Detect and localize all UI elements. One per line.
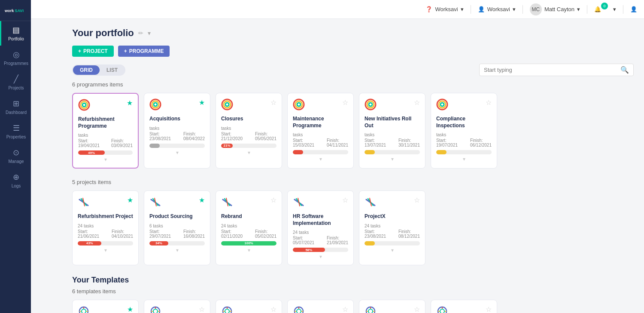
grid-view-button[interactable]: GRID [73,65,100,75]
sidebar-item-manage[interactable]: ⊙ Manage [0,144,31,168]
sidebar-item-properties[interactable]: ☰ Properties [0,119,31,144]
card-top: ★ [78,196,133,211]
card-expand-icon[interactable]: ▾ [149,247,205,253]
topbar-divider-1 [471,5,471,14]
progress-bar: 34% [149,241,168,245]
notification-badge: 0 [601,3,608,9]
programme-card[interactable]: ★ Acquisitions tasks Start:23/08/2021 Fi… [144,93,210,169]
project-card[interactable]: ☆ ProjectX 24 tasks Start:23/08/2021 Fin… [359,190,425,265]
card-dates: Start:05/07/2021 Finish:21/09/2021 [293,236,348,245]
template-card[interactable]: ☆ Supplier Onboarding Template 31 tasks [287,300,354,313]
sidebar-item-portfolio[interactable]: ▤ Portfolio [0,21,31,46]
finish-date: Finish:05/02/2021 [255,229,276,239]
template-card[interactable]: ☆ New Initiatives 36 tasks [359,300,425,313]
card-expand-icon[interactable]: ▾ [78,156,133,163]
card-expand-icon[interactable]: ▾ [365,247,420,253]
progress-bar-container [436,150,492,154]
card-expand-icon[interactable]: ▾ [293,254,348,260]
card-tasks: 24 tasks [78,224,133,228]
title-chevron-icon[interactable]: ▾ [148,30,151,37]
project-card[interactable]: ★ Refurbishment Project 24 tasks Start:2… [72,190,139,265]
card-tasks: 6 tasks [149,224,205,228]
programme-card[interactable]: ☆ Maintenance Programme tasks Start:15/0… [287,93,354,169]
star-icon[interactable]: ☆ [270,305,276,313]
star-icon[interactable]: ☆ [414,98,420,107]
progress-bar-container: 21% [221,144,276,148]
sidebar-item-projects[interactable]: ╱ Projects [0,70,31,95]
finish-date: Finish:30/11/2021 [398,138,420,147]
card-expand-icon[interactable]: ▾ [436,156,492,162]
add-programme-button[interactable]: + PROGRAMME [118,46,170,57]
card-expand-icon[interactable]: ▾ [365,156,420,162]
logs-icon: ⊕ [13,172,19,182]
start-date: Start:21/12/2020 [221,132,243,141]
svg-point-36 [82,309,86,313]
template-card[interactable]: ☆ Software Implementation 39 tasks [144,300,210,313]
card-expand-icon[interactable]: ▾ [221,247,276,253]
card-expand-icon[interactable]: ▾ [221,150,276,156]
star-icon[interactable]: ☆ [342,196,348,204]
sidebar-item-programmes[interactable]: ◎ Programmes [0,46,31,70]
programme-card[interactable]: ☆ Closures tasks Start:21/12/2020 Finish… [216,93,282,169]
star-icon[interactable]: ★ [127,196,133,204]
profile-button[interactable]: 👤 [630,6,637,12]
user-menu[interactable]: MC Matt Cayton ▾ [530,3,580,15]
card-name: New Initiatives Roll Out [365,116,420,129]
list-view-button[interactable]: LIST [100,65,125,75]
progress-bar-container [149,144,205,148]
sidebar-item-logs[interactable]: ⊕ Logs [0,168,31,193]
project-card[interactable]: ☆ Rebrand 24 tasks Start:02/11/2020 Fini… [216,190,282,265]
card-dates: Start:19/07/2021 Finish:06/12/2021 [436,138,492,147]
project-card[interactable]: ★ Product Sourcing 6 tasks Start:29/07/2… [144,190,210,265]
card-name: Acquisitions [149,116,205,123]
card-expand-icon[interactable]: ▾ [293,156,348,162]
star-icon[interactable]: ☆ [270,196,276,204]
project-card[interactable]: ☆ HR Software Implementation 24 tasks St… [287,190,354,265]
star-icon[interactable]: ★ [199,98,205,107]
card-top: ☆ [365,305,420,313]
star-icon[interactable]: ★ [127,305,133,313]
star-icon[interactable]: ★ [127,99,133,107]
star-icon[interactable]: ★ [199,196,205,204]
search-input[interactable] [484,67,618,73]
properties-icon: ☰ [13,123,20,133]
svg-text:SAVI: SAVI [15,9,24,13]
star-icon[interactable]: ☆ [342,305,348,313]
workspace-menu[interactable]: 👤 Worksavi ▾ [478,6,516,12]
programme-icon [78,99,90,114]
workspace-icon: 👤 [478,6,485,12]
card-top: ★ [78,305,133,313]
star-icon[interactable]: ☆ [270,98,276,107]
star-icon[interactable]: ☆ [486,98,492,107]
template-card[interactable]: ☆ Closures Template 24 tasks [431,300,497,313]
star-icon[interactable]: ☆ [414,305,420,313]
start-date: Start:19/07/2021 [436,138,458,147]
card-expand-icon[interactable]: ▾ [149,150,205,156]
notifications-button[interactable]: 🔔 0 ▾ [594,6,616,13]
progress-bar [365,241,375,245]
progress-bar-container: 34% [149,241,205,245]
template-card[interactable]: ☆ Refurbishment Project Template 24 task… [216,300,282,313]
template-card[interactable]: ★ Marketing Project Template 20 tasks [72,300,139,313]
project-icon [149,196,161,211]
star-icon[interactable]: ☆ [199,305,205,313]
card-dates: Start:02/11/2020 Finish:05/02/2021 [221,229,276,239]
add-project-button[interactable]: + PROJECT [72,46,114,57]
card-name: Product Sourcing [149,213,205,220]
sidebar-item-dashboard[interactable]: ⊞ Dashboard [0,95,31,119]
svg-point-3 [81,101,88,108]
card-tasks: tasks [221,126,276,131]
star-icon[interactable]: ☆ [342,98,348,107]
star-icon[interactable]: ☆ [486,305,492,313]
card-expand-icon[interactable]: ▾ [78,247,133,253]
help-menu[interactable]: ❓ Worksavi ▾ [425,6,463,12]
programme-card[interactable]: ☆ New Initiatives Roll Out tasks Start:1… [359,93,425,169]
star-icon[interactable]: ☆ [414,196,420,204]
progress-bar [293,150,303,154]
card-name: HR Software Implementation [293,213,348,227]
card-dates: Start:29/07/2021 Finish:16/08/2021 [149,229,205,239]
programme-card[interactable]: ☆ Compliance Inspections tasks Start:19/… [431,93,497,169]
programme-card[interactable]: ★ Refurbishment Programme tasks Start:19… [72,93,139,169]
card-tasks: tasks [436,132,492,137]
edit-title-icon[interactable]: ✏ [138,30,143,37]
